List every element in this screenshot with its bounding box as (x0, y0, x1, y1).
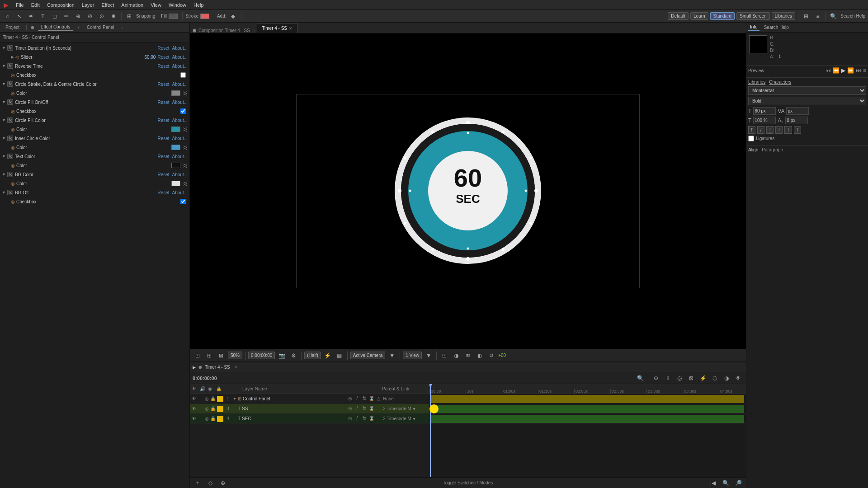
layer-4-lock-icon[interactable]: 🔒 (210, 416, 216, 421)
menu-layer[interactable]: Layer (82, 2, 94, 8)
about-circle-stroke[interactable]: About... (172, 82, 188, 87)
track-bar-3[interactable] (430, 405, 744, 413)
reset-slider[interactable]: Reset (157, 55, 169, 60)
workspace-learn[interactable]: Learn (690, 12, 708, 20)
effect-row-circle-fill-color[interactable]: ▼ fx Circle Fill Color Reset About... (0, 116, 189, 125)
layer-1-vis-icon[interactable]: 👁 (191, 396, 197, 401)
effect-row-color-stroke[interactable]: ◎ Color ⛓ (0, 89, 189, 98)
puppet-tool[interactable]: ✸ (108, 11, 118, 21)
layer-1-parent[interactable]: None (383, 396, 428, 401)
layer-1-solo-icon[interactable]: ◎ (203, 396, 210, 401)
camera-chevron-icon[interactable]: ▼ (387, 351, 397, 361)
workspace-small-screen[interactable]: Small Screen (736, 12, 769, 20)
timeline-render-icon[interactable]: ⚡ (698, 373, 708, 383)
checkbox-fill-input[interactable] (180, 108, 186, 114)
about-bg-color[interactable]: About... (172, 172, 188, 177)
snapping-icon[interactable]: ⊞ (124, 11, 134, 21)
format-btn-6[interactable]: T (794, 126, 801, 134)
eraser-tool[interactable]: ⊘ (85, 11, 95, 21)
reset-reverse-time[interactable]: Reset (157, 64, 169, 69)
layer-4-parent-chevron[interactable]: ▼ (412, 417, 416, 421)
workspace-standard[interactable]: Standard (710, 12, 735, 20)
stroke-color-swatch[interactable] (200, 14, 209, 19)
fill-color-swatch[interactable] (169, 14, 178, 19)
format-btn-2[interactable]: T (757, 126, 764, 134)
color-swatch-stroke[interactable] (171, 90, 180, 96)
effect-row-inner-circle[interactable]: ▼ fx Inner Circle Color Reset About... (0, 134, 189, 143)
effect-row-circle-stroke[interactable]: ▼ fx Circle Stroke, Dots & Centre Circle… (0, 80, 189, 89)
layer-4-switch-1[interactable]: ◎ (347, 416, 353, 422)
effect-row-color-fill[interactable]: ◎ Color ⛓ (0, 125, 189, 134)
track-bar-4[interactable] (430, 415, 744, 423)
roto-tool[interactable]: ⊙ (97, 11, 107, 21)
timeline-start-icon[interactable]: |◀ (708, 478, 718, 488)
about-slider[interactable]: About... (172, 55, 188, 60)
frame-capture-icon[interactable]: 📷 (277, 351, 287, 361)
zoom-selector[interactable]: 50% (228, 352, 242, 359)
timeline-menu-icon[interactable]: ≡ (235, 365, 237, 370)
preview-skip-back[interactable]: ⏮ (826, 67, 831, 74)
viewer-safe-zones-icon[interactable]: ⊠ (216, 351, 226, 361)
timeline-collapse-icon[interactable]: ⊕ (218, 478, 228, 488)
effect-row-circle-fill-onoff[interactable]: ▼ fx Circle Fill On/Off Reset About... (0, 98, 189, 107)
layer-3-switch-4[interactable]: ⌛ (368, 406, 375, 412)
color-swatch-fill[interactable] (171, 127, 180, 132)
layer-3-vis-icon[interactable]: 👁 (191, 406, 197, 411)
timeline-hide-shy-icon[interactable]: 👁 (733, 373, 743, 383)
reset-inner-circle[interactable]: Reset (157, 136, 169, 141)
tab-characters[interactable]: Characters (769, 80, 791, 84)
menu-window[interactable]: Window (169, 2, 186, 8)
timeline-motion-blur-icon[interactable]: ◎ (675, 373, 684, 383)
tab-effect-controls[interactable]: Effect Controls (38, 23, 73, 31)
checkbox-reverse-input[interactable] (180, 72, 186, 78)
kerning-input[interactable] (786, 107, 809, 115)
layer-1-switch-5[interactable]: △ (376, 396, 382, 402)
viewer-reset-icon[interactable]: ↺ (486, 351, 496, 361)
preview-forward[interactable]: ⏩ (847, 67, 854, 74)
timeline-draft-icon[interactable]: ⊙ (651, 373, 661, 383)
format-btn-4[interactable]: T (775, 126, 783, 134)
reset-bg-color[interactable]: Reset (157, 172, 169, 177)
transparency-icon[interactable]: ▦ (335, 351, 344, 361)
align-tab[interactable]: Align (748, 147, 758, 152)
search-icon[interactable]: 🔍 (829, 11, 839, 21)
effect-row-reverse-time[interactable]: ▼ fx Reverse Time Reset About... (0, 61, 189, 70)
menu-effect[interactable]: Effect (101, 2, 114, 8)
tab-project[interactable]: Project (3, 24, 22, 31)
reset-circle-stroke[interactable]: Reset (157, 82, 169, 87)
menu-file[interactable]: File (16, 2, 24, 8)
slider-value[interactable]: 60.00 (144, 55, 156, 60)
layer-4-switch-2[interactable]: / (354, 416, 360, 422)
tracking-input[interactable] (753, 117, 776, 124)
effect-row-checkbox-bg-off[interactable]: ◎ Checkbox (0, 197, 189, 206)
playhead[interactable] (430, 384, 431, 477)
menu-edit[interactable]: Edit (31, 2, 40, 8)
layer-4-vis-icon[interactable]: 👁 (191, 416, 197, 421)
effect-row-text-color[interactable]: ▼ fx Text Color Reset About... (0, 152, 189, 161)
menu-composition[interactable]: Composition (47, 2, 75, 8)
timeline-3d-icon[interactable]: ⊠ (686, 373, 696, 383)
layer-3-switch-1[interactable]: ◎ (347, 406, 353, 412)
viewer-region-icon[interactable]: ⊡ (193, 351, 203, 361)
effect-row-bg-off[interactable]: ▼ fx BG Off Reset About... (0, 188, 189, 197)
layer-1-lock-icon[interactable]: 🔒 (210, 396, 216, 401)
layer-3-switch-fx[interactable]: fx (361, 406, 368, 412)
timeline-zoom-out-icon[interactable]: 🔍 (721, 478, 731, 488)
effect-row-color-inner[interactable]: ◎ Color ⛓ (0, 143, 189, 152)
layer-row-3[interactable]: 👁 ◎ 🔒 3 T SS ◎ / fx ⌛ (190, 404, 429, 414)
preview-menu[interactable]: ≡ (863, 67, 866, 74)
view-chevron-icon[interactable]: ▼ (424, 351, 434, 361)
about-bg-off[interactable]: About... (172, 190, 188, 195)
timeline-cache-icon[interactable]: ⬡ (710, 373, 720, 383)
reset-fill-color[interactable]: Reset (157, 118, 169, 123)
layer-3-parent-chevron[interactable]: ▼ (412, 407, 416, 411)
timeline-add-icon[interactable]: + (193, 478, 203, 488)
layer-row-4[interactable]: 👁 ◎ 🔒 4 T SEC ◎ / fx ⌛ (190, 414, 429, 424)
format-btn-5[interactable]: T (784, 126, 792, 134)
format-btn-1[interactable]: T (748, 126, 755, 134)
effect-row-color-bg[interactable]: ◎ Color ⛓ (0, 179, 189, 188)
effect-row-checkbox-reverse[interactable]: ◎ Checkbox (0, 70, 189, 80)
workspace-menu-icon[interactable]: ≡ (813, 11, 823, 21)
preview-play[interactable]: ▶ (841, 67, 845, 74)
type-tool[interactable]: T (38, 11, 48, 21)
